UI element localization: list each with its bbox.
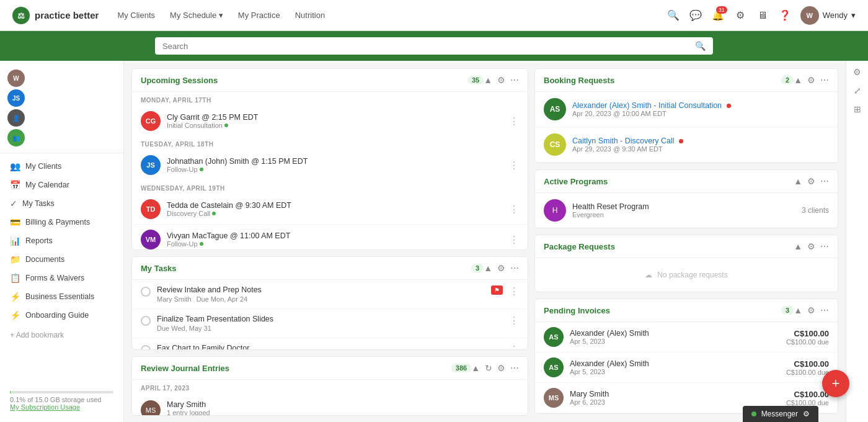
booking-settings-icon[interactable]: ⚙ bbox=[807, 75, 815, 85]
booking-collapse-icon[interactable]: ▲ bbox=[794, 75, 802, 85]
right-share-icon[interactable]: ⤢ bbox=[854, 86, 861, 96]
journal-avatar: MS bbox=[141, 400, 161, 416]
logo-area[interactable]: ⚖ practice better bbox=[12, 7, 99, 24]
messenger-online-dot bbox=[751, 411, 756, 416]
search-icon-btn[interactable]: 🔍 bbox=[666, 9, 680, 22]
invoice-date-as2: Apr 5, 2023 bbox=[570, 368, 780, 375]
tasks-more-icon[interactable]: ⋯ bbox=[510, 263, 519, 273]
search-submit-icon[interactable]: 🔍 bbox=[695, 41, 706, 51]
my-tasks-icons: ▲ ⚙ ⋯ bbox=[484, 263, 519, 273]
journal-info: Mary Smith 1 entry logged bbox=[167, 400, 210, 416]
booking-more-icon[interactable]: ⋯ bbox=[820, 75, 829, 85]
programs-more-icon[interactable]: ⋯ bbox=[820, 176, 829, 186]
programs-settings-icon[interactable]: ⚙ bbox=[807, 176, 815, 186]
invoice-info-ms: Mary Smith Apr 6, 2023 bbox=[570, 390, 780, 406]
invoices-settings-icon[interactable]: ⚙ bbox=[807, 305, 815, 315]
sidebar-item-my-calendar[interactable]: 📅 My Calendar bbox=[0, 176, 123, 194]
more-icon[interactable]: ⋯ bbox=[510, 75, 519, 85]
booking-name-as[interactable]: Alexander (Alex) Smith - Initial Consult… bbox=[572, 101, 829, 110]
upcoming-sessions-header: Upcoming Sessions 35 ▲ ⚙ ⋯ bbox=[132, 69, 528, 92]
search-input[interactable] bbox=[162, 42, 695, 51]
nav-my-practice[interactable]: My Practice bbox=[238, 11, 280, 20]
sidebar-avatar-group[interactable]: 👥 bbox=[7, 129, 25, 146]
program-sub: Evergreen bbox=[572, 211, 795, 218]
my-clients-icon: 👥 bbox=[10, 161, 20, 171]
nav-my-clients[interactable]: My Clients bbox=[117, 11, 155, 20]
right-grid-icon[interactable]: ⊞ bbox=[854, 104, 861, 114]
journal-collapse-icon[interactable]: ▲ bbox=[471, 363, 480, 373]
sidebar-avatar-js[interactable]: JS bbox=[7, 89, 25, 107]
invoice-due-ms: C$100.00 due bbox=[786, 399, 829, 406]
invoice-alex-2: AS Alexander (Alex) Smith Apr 5, 2023 C$… bbox=[535, 352, 838, 383]
tasks-collapse-icon[interactable]: ▲ bbox=[484, 263, 492, 273]
session-dot-cg bbox=[224, 123, 228, 127]
messenger-bar[interactable]: Messenger ⚙ bbox=[743, 406, 818, 422]
invoices-collapse-icon[interactable]: ▲ bbox=[794, 305, 802, 315]
task-flag-1[interactable]: ⚑ bbox=[491, 285, 503, 295]
sidebar-item-onboarding[interactable]: ⚡ Onboarding Guide bbox=[0, 306, 123, 325]
storage-area: 0.1% of 15.0 GB storage used My Subscrip… bbox=[0, 385, 123, 417]
user-menu[interactable]: W Wendy ▾ bbox=[800, 6, 856, 25]
invoice-due-as1: C$100.00 due bbox=[786, 338, 829, 346]
session-type-vm: Follow-Up bbox=[167, 240, 503, 248]
task-more-3[interactable]: ⋮ bbox=[509, 344, 519, 350]
nav-nutrition[interactable]: Nutrition bbox=[295, 11, 325, 20]
storage-link[interactable]: My Subscription Usage bbox=[10, 403, 113, 411]
sidebar-item-reports[interactable]: 📊 Reports bbox=[0, 231, 123, 250]
sidebar-item-documents[interactable]: 📁 Documents bbox=[0, 250, 123, 269]
sidebar-item-my-clients[interactable]: 👥 My Clients bbox=[0, 157, 123, 176]
notifications-icon-btn[interactable]: 🔔 31 bbox=[711, 9, 725, 22]
tasks-settings-icon[interactable]: ⚙ bbox=[497, 263, 505, 273]
sidebar-item-my-tasks[interactable]: ✓ My Tasks bbox=[0, 194, 123, 213]
programs-header: Active Programs ▲ ⚙ ⋯ bbox=[535, 170, 838, 193]
session-more-cg[interactable]: ⋮ bbox=[509, 115, 519, 127]
task-checkbox-2[interactable] bbox=[141, 316, 151, 326]
package-more-icon[interactable]: ⋯ bbox=[820, 241, 829, 251]
journal-settings-icon[interactable]: ⚙ bbox=[497, 363, 505, 373]
sidebar-item-forms[interactable]: 📋 Forms & Waivers bbox=[0, 269, 123, 287]
programs-title: Active Programs bbox=[544, 177, 794, 186]
invoices-more-icon[interactable]: ⋯ bbox=[820, 305, 829, 315]
invoice-due-as2: C$100.00 due bbox=[786, 369, 829, 376]
booking-info-cs: Caitlyn Smith - Discovery Call Apr 29, 2… bbox=[572, 137, 829, 153]
booking-requests-card: Booking Requests 2 ▲ ⚙ ⋯ AS Alexander (A… bbox=[534, 68, 838, 163]
invoice-avatar-as2: AS bbox=[544, 357, 564, 377]
task-checkbox-3[interactable] bbox=[141, 345, 151, 350]
fab-add-button[interactable]: + bbox=[822, 370, 849, 397]
package-collapse-icon[interactable]: ▲ bbox=[794, 241, 802, 251]
package-settings-icon[interactable]: ⚙ bbox=[807, 241, 815, 251]
task-checkbox-1[interactable] bbox=[141, 287, 151, 297]
sidebar-avatar-other[interactable]: 👤 bbox=[7, 109, 25, 127]
messenger-label: Messenger bbox=[761, 410, 798, 418]
task-more-2[interactable]: ⋮ bbox=[509, 315, 519, 326]
invoice-alex-1: AS Alexander (Alex) Smith Apr 5, 2023 C$… bbox=[535, 322, 838, 352]
session-more-td[interactable]: ⋮ bbox=[509, 204, 519, 215]
apps-icon-btn[interactable]: 🖥 bbox=[756, 9, 769, 22]
programs-collapse-icon[interactable]: ▲ bbox=[794, 176, 802, 186]
sidebar-item-business[interactable]: ⚡ Business Essentials bbox=[0, 287, 123, 306]
settings-icon-btn[interactable]: ⚙ bbox=[733, 9, 747, 22]
session-cly-garrit: CG Cly Garrit @ 2:15 PM EDT Initial Cons… bbox=[132, 106, 528, 136]
invoice-date-as1: Apr 5, 2023 bbox=[570, 338, 780, 345]
collapse-icon[interactable]: ▲ bbox=[484, 75, 492, 85]
sidebar-label-business: Business Essentials bbox=[25, 292, 94, 301]
invoice-avatar-ms: MS bbox=[544, 388, 564, 408]
sidebar-item-billing[interactable]: 💳 Billing & Payments bbox=[0, 213, 123, 231]
journal-more-icon[interactable]: ⋯ bbox=[510, 363, 519, 373]
journal-refresh-icon[interactable]: ↻ bbox=[485, 363, 492, 373]
chat-icon-btn[interactable]: 💬 bbox=[689, 9, 702, 22]
help-icon-btn[interactable]: ❓ bbox=[778, 9, 792, 22]
session-more-vm[interactable]: ⋮ bbox=[509, 234, 519, 246]
search-bar: 🔍 bbox=[0, 31, 868, 61]
add-bookmark-label: + Add bookmark bbox=[10, 331, 64, 339]
booking-name-cs[interactable]: Caitlyn Smith - Discovery Call bbox=[572, 137, 829, 145]
add-bookmark[interactable]: + Add bookmark bbox=[0, 327, 123, 343]
nav-my-schedule[interactable]: My Schedule ▾ bbox=[170, 11, 223, 20]
right-settings-icon[interactable]: ⚙ bbox=[853, 67, 861, 77]
invoice-date-ms: Apr 6, 2023 bbox=[570, 398, 780, 406]
settings-widget-icon[interactable]: ⚙ bbox=[497, 75, 505, 85]
task-more-1[interactable]: ⋮ bbox=[509, 285, 519, 297]
messenger-settings-icon[interactable]: ⚙ bbox=[803, 410, 810, 418]
sidebar-avatar-user[interactable]: W bbox=[7, 70, 25, 87]
session-more-js[interactable]: ⋮ bbox=[509, 159, 519, 171]
